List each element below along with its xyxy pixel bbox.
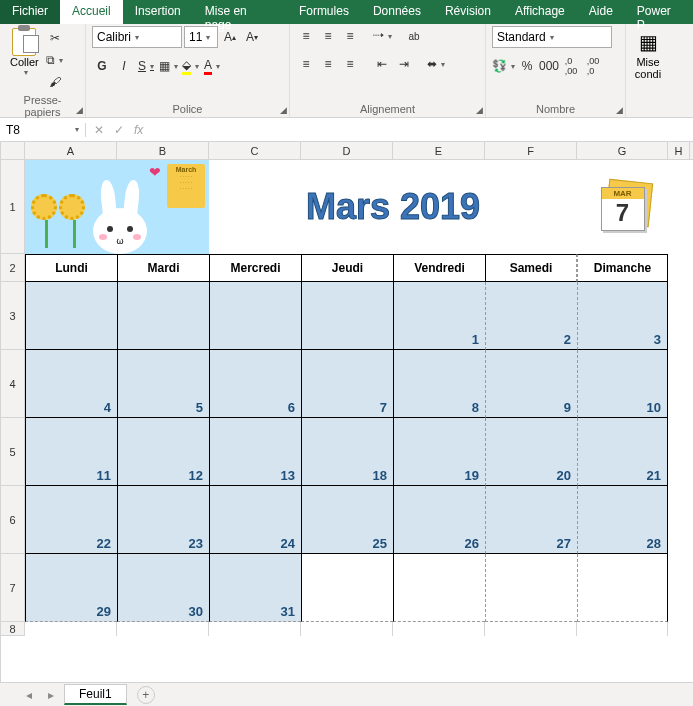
sheet-nav-next[interactable]: ▸	[42, 688, 60, 702]
decrease-font-button[interactable]: A▾	[242, 27, 262, 47]
menu-tab-donnees[interactable]: Données	[361, 0, 433, 24]
col-header-G[interactable]: G	[577, 142, 668, 159]
col-header-H[interactable]: H	[668, 142, 690, 159]
format-painter-button[interactable]: 🖌	[45, 72, 65, 92]
calendar-cell[interactable]: 6	[209, 350, 301, 418]
dialog-launcher-icon[interactable]: ◢	[76, 105, 83, 115]
row-header-8[interactable]: 8	[1, 622, 25, 636]
calendar-cell[interactable]: 10	[577, 350, 668, 418]
copy-button[interactable]: ⧉▾	[45, 50, 65, 70]
cancel-formula-icon[interactable]: ✕	[94, 123, 104, 137]
sheet-content[interactable]: ω ❤ March· · · · ·· · · · ·· · · · · Mar…	[25, 160, 668, 636]
menu-tab-insertion[interactable]: Insertion	[123, 0, 193, 24]
number-format-select[interactable]: Standard▾	[492, 26, 612, 48]
calendar-cell[interactable]: 2	[485, 282, 577, 350]
orientation-button[interactable]: ⭬▾	[372, 26, 392, 46]
select-all-corner[interactable]	[1, 142, 25, 159]
decrease-indent-button[interactable]: ⇤	[372, 54, 392, 74]
row-header-6[interactable]: 6	[1, 486, 25, 554]
increase-decimal-button[interactable]: ,0,00	[561, 56, 581, 76]
accounting-format-button[interactable]: 💱▾	[492, 56, 515, 76]
row-header-5[interactable]: 5	[1, 418, 25, 486]
increase-font-button[interactable]: A▴	[220, 27, 240, 47]
calendar-cell[interactable]: 11	[25, 418, 117, 486]
paste-button[interactable]: Coller ▾	[6, 26, 43, 92]
calendar-cell[interactable]: 20	[485, 418, 577, 486]
calendar-cell[interactable]	[577, 554, 668, 622]
row-header-7[interactable]: 7	[1, 554, 25, 622]
align-right-button[interactable]: ≡	[340, 54, 360, 74]
calendar-cell[interactable]	[393, 554, 485, 622]
borders-button[interactable]: ▦▾	[158, 56, 178, 76]
col-header-E[interactable]: E	[393, 142, 485, 159]
col-header-D[interactable]: D	[301, 142, 393, 159]
fx-icon[interactable]: fx	[134, 123, 143, 137]
calendar-cell[interactable]: 12	[117, 418, 209, 486]
font-name-select[interactable]: Calibri▾	[92, 26, 182, 48]
calendar-cell[interactable]: 5	[117, 350, 209, 418]
calendar-cell[interactable]: 9	[485, 350, 577, 418]
wrap-text-button[interactable]: ab	[404, 26, 424, 46]
merge-button[interactable]: ⬌▾	[426, 54, 446, 74]
calendar-cell[interactable]: 24	[209, 486, 301, 554]
align-left-button[interactable]: ≡	[296, 54, 316, 74]
menu-tab-affichage[interactable]: Affichage	[503, 0, 577, 24]
formula-input[interactable]	[151, 118, 693, 141]
dialog-launcher-icon[interactable]: ◢	[280, 105, 287, 115]
cut-button[interactable]: ✂	[45, 28, 65, 48]
calendar-cell[interactable]	[117, 282, 209, 350]
col-header-A[interactable]: A	[25, 142, 117, 159]
calendar-cell[interactable]: 7	[301, 350, 393, 418]
sheet-nav-prev[interactable]: ◂	[20, 688, 38, 702]
calendar-cell[interactable]: 25	[301, 486, 393, 554]
font-size-select[interactable]: 11▾	[184, 26, 218, 48]
row-header-3[interactable]: 3	[1, 282, 25, 350]
calendar-cell[interactable]: 27	[485, 486, 577, 554]
comma-format-button[interactable]: 000	[539, 56, 559, 76]
calendar-cell[interactable]	[25, 282, 117, 350]
add-sheet-button[interactable]: +	[137, 686, 155, 704]
row-header-2[interactable]: 2	[1, 254, 25, 282]
calendar-cell[interactable]: 4	[25, 350, 117, 418]
menu-tab-aide[interactable]: Aide	[577, 0, 625, 24]
calendar-cell[interactable]: 19	[393, 418, 485, 486]
align-center-button[interactable]: ≡	[318, 54, 338, 74]
col-header-F[interactable]: F	[485, 142, 577, 159]
align-middle-button[interactable]: ≡	[318, 26, 338, 46]
dialog-launcher-icon[interactable]: ◢	[616, 105, 623, 115]
calendar-cell[interactable]: 18	[301, 418, 393, 486]
calendar-cell[interactable]	[485, 554, 577, 622]
menu-file[interactable]: Fichier	[0, 0, 60, 24]
calendar-cell[interactable]: 30	[117, 554, 209, 622]
menu-tab-revision[interactable]: Révision	[433, 0, 503, 24]
italic-button[interactable]: I	[114, 56, 134, 76]
name-box[interactable]: T8▾	[0, 123, 86, 137]
row-header-1[interactable]: 1	[1, 160, 25, 254]
calendar-cell[interactable]	[301, 282, 393, 350]
calendar-cell[interactable]: 1	[393, 282, 485, 350]
col-header-C[interactable]: C	[209, 142, 301, 159]
calendar-cell[interactable]	[209, 282, 301, 350]
menu-tab-mise-en-page[interactable]: Mise en page	[193, 0, 287, 24]
menu-tab-formules[interactable]: Formules	[287, 0, 361, 24]
font-color-button[interactable]: A▾	[202, 56, 222, 76]
calendar-cell[interactable]	[301, 554, 393, 622]
calendar-cell[interactable]: 23	[117, 486, 209, 554]
increase-indent-button[interactable]: ⇥	[394, 54, 414, 74]
calendar-cell[interactable]: 26	[393, 486, 485, 554]
calendar-cell[interactable]: 31	[209, 554, 301, 622]
align-bottom-button[interactable]: ≡	[340, 26, 360, 46]
conditional-formatting-button[interactable]: ▦ Mise condi	[632, 26, 664, 82]
calendar-cell[interactable]: 13	[209, 418, 301, 486]
bold-button[interactable]: G	[92, 56, 112, 76]
menu-tab-power[interactable]: Power P	[625, 0, 693, 24]
calendar-cell[interactable]: 28	[577, 486, 668, 554]
align-top-button[interactable]: ≡	[296, 26, 316, 46]
decrease-decimal-button[interactable]: ,00,0	[583, 56, 603, 76]
calendar-cell[interactable]: 3	[577, 282, 668, 350]
fill-color-button[interactable]: ⬙▾	[180, 56, 200, 76]
col-header-B[interactable]: B	[117, 142, 209, 159]
underline-button[interactable]: S▾	[136, 56, 156, 76]
enter-formula-icon[interactable]: ✓	[114, 123, 124, 137]
calendar-cell[interactable]: 29	[25, 554, 117, 622]
